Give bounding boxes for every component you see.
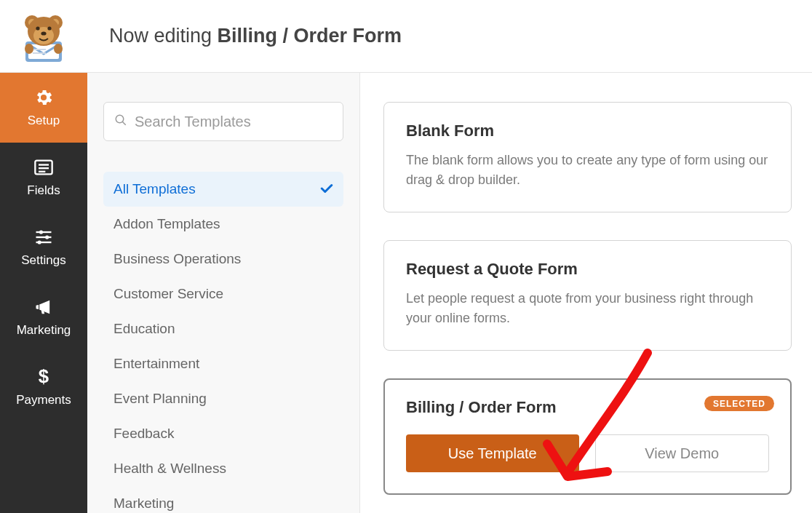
template-desc: The blank form allows you to create any … bbox=[406, 151, 769, 190]
category-label: Event Planning bbox=[114, 391, 207, 407]
search-box[interactable] bbox=[103, 102, 343, 141]
nav-marketing[interactable]: Marketing bbox=[0, 282, 87, 352]
sliders-icon bbox=[32, 227, 55, 247]
category-label: Entertainment bbox=[114, 356, 199, 372]
svg-line-27 bbox=[122, 122, 126, 125]
category-label: Customer Service bbox=[114, 286, 223, 302]
template-desc: Let people request a quote from your bus… bbox=[406, 289, 769, 328]
category-label: Addon Templates bbox=[114, 216, 220, 232]
svg-point-11 bbox=[47, 26, 51, 30]
svg-point-14 bbox=[54, 44, 63, 54]
app-logo bbox=[0, 9, 87, 63]
template-panel: Blank Form The blank form allows you to … bbox=[360, 73, 812, 513]
list-icon bbox=[32, 157, 55, 178]
template-title: Request a Quote Form bbox=[406, 260, 769, 279]
category-all-templates[interactable]: All Templates bbox=[103, 172, 343, 207]
nav-fields[interactable]: Fields bbox=[0, 143, 87, 212]
dollar-icon: $ bbox=[32, 367, 55, 387]
editing-prefix: Now editing bbox=[109, 25, 212, 47]
selected-badge: SELECTED bbox=[704, 396, 774, 411]
category-entertainment[interactable]: Entertainment bbox=[103, 346, 343, 381]
category-label: Health & Wellness bbox=[114, 461, 226, 477]
svg-point-26 bbox=[116, 115, 124, 123]
search-icon bbox=[114, 114, 127, 130]
category-label: Feedback bbox=[114, 426, 174, 442]
svg-point-13 bbox=[25, 44, 33, 54]
category-label: Education bbox=[114, 321, 175, 337]
editing-formname: Billing / Order Form bbox=[218, 25, 402, 47]
top-header: Now editing Billing / Order Form bbox=[0, 0, 812, 73]
template-card-billing[interactable]: SELECTED Billing / Order Form Use Templa… bbox=[383, 378, 792, 495]
category-feedback[interactable]: Feedback bbox=[103, 416, 343, 451]
left-nav-rail: Setup Fields Settings Marketing $ Paymen… bbox=[0, 73, 87, 513]
nav-marketing-label: Marketing bbox=[17, 323, 71, 338]
nav-fields-label: Fields bbox=[27, 183, 60, 198]
check-icon bbox=[320, 181, 333, 197]
megaphone-icon bbox=[32, 297, 55, 317]
svg-point-20 bbox=[39, 230, 43, 234]
gear-icon bbox=[32, 87, 55, 108]
view-demo-button[interactable]: View Demo bbox=[595, 434, 770, 472]
category-health-wellness[interactable]: Health & Wellness bbox=[103, 451, 343, 486]
svg-text:$: $ bbox=[39, 367, 49, 386]
template-card-quote[interactable]: Request a Quote Form Let people request … bbox=[383, 240, 792, 351]
nav-settings-label: Settings bbox=[21, 253, 65, 268]
category-education[interactable]: Education bbox=[103, 311, 343, 346]
nav-setup[interactable]: Setup bbox=[0, 73, 87, 143]
category-list: All Templates Addon Templates Business O… bbox=[103, 172, 343, 513]
svg-point-22 bbox=[45, 235, 49, 239]
category-panel: All Templates Addon Templates Business O… bbox=[87, 73, 360, 513]
category-customer-service[interactable]: Customer Service bbox=[103, 277, 343, 311]
category-label: Business Operations bbox=[114, 251, 241, 267]
page-title: Now editing Billing / Order Form bbox=[87, 25, 402, 47]
category-event-planning[interactable]: Event Planning bbox=[103, 381, 343, 416]
category-label: All Templates bbox=[114, 181, 196, 197]
category-label: Marketing bbox=[114, 496, 174, 512]
svg-point-12 bbox=[41, 31, 46, 35]
nav-payments-label: Payments bbox=[16, 393, 71, 407]
category-addon-templates[interactable]: Addon Templates bbox=[103, 207, 343, 242]
nav-settings[interactable]: Settings bbox=[0, 212, 87, 282]
category-business-operations[interactable]: Business Operations bbox=[103, 242, 343, 277]
svg-point-10 bbox=[36, 26, 39, 30]
svg-point-24 bbox=[38, 240, 41, 244]
nav-payments[interactable]: $ Payments bbox=[0, 352, 87, 422]
template-card-blank[interactable]: Blank Form The blank form allows you to … bbox=[383, 102, 792, 212]
template-title: Blank Form bbox=[406, 122, 769, 140]
category-marketing[interactable]: Marketing bbox=[103, 486, 343, 513]
use-template-button[interactable]: Use Template bbox=[406, 434, 579, 472]
nav-setup-label: Setup bbox=[28, 114, 60, 128]
search-input[interactable] bbox=[135, 114, 333, 130]
bear-logo-icon bbox=[15, 9, 72, 63]
